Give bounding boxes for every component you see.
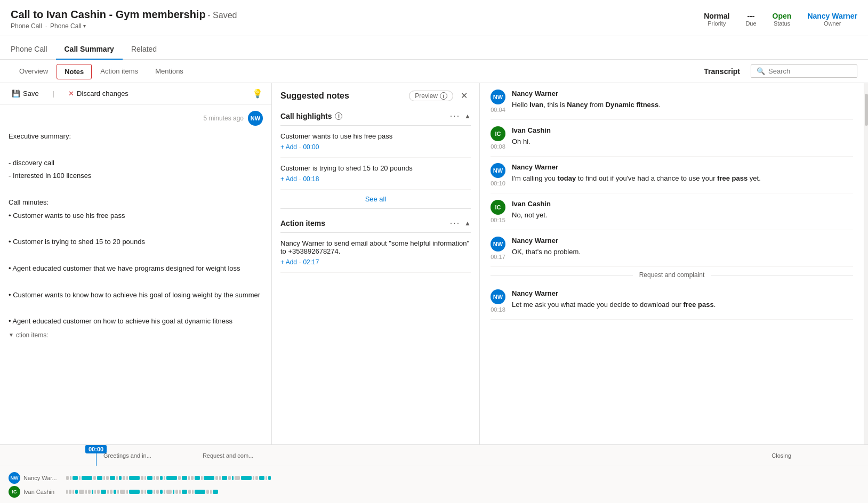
- avatar-nw-3: NW: [491, 237, 505, 251]
- suggested-header: Suggested notes Preview i ✕: [272, 83, 479, 106]
- transcript-content[interactable]: NW 00:04 Nancy Warner Hello Ivan, this i…: [480, 83, 864, 444]
- tab-related[interactable]: Related: [123, 39, 165, 60]
- transcript-entry-2: IC 00:08 Ivan Cashin Oh hi.: [491, 120, 853, 157]
- action-text-1: Nancy Warner to send email about "some h…: [280, 239, 471, 255]
- close-suggested-button[interactable]: ✕: [457, 90, 471, 102]
- track-avatar-nw: NW: [9, 472, 20, 484]
- timeline-cursor[interactable]: 00:00: [85, 445, 107, 466]
- suggested-title: Suggested notes: [280, 91, 349, 101]
- action-section-header: Action items ··· ▲: [280, 213, 471, 233]
- tab-notes[interactable]: Notes: [57, 64, 92, 79]
- add-highlight-2-button[interactable]: + Add: [280, 175, 297, 183]
- tab-call-summary[interactable]: Call Summary: [56, 39, 123, 60]
- time-link-action-1[interactable]: 02:17: [303, 258, 319, 266]
- collapse-button[interactable]: ▼ ction items:: [9, 331, 263, 339]
- transcript-entry-4: IC 00:15 Ivan Cashin No, not yet.: [491, 193, 853, 230]
- main-area: 💾 Save | ✕ Discard changes 💡 5 minutes a…: [0, 83, 868, 444]
- highlights-title: Call highlights: [280, 112, 332, 120]
- due-meta: --- Due: [745, 12, 756, 27]
- entry-time-2: 00:08: [491, 143, 505, 150]
- highlights-collapse-icon[interactable]: ▲: [464, 112, 471, 120]
- entry-time-4: 00:15: [491, 217, 505, 223]
- track-row-ic: IC Ivan Cashin: [9, 486, 859, 498]
- preview-badge[interactable]: Preview i: [409, 91, 453, 101]
- add-action-1-button[interactable]: + Add: [280, 258, 297, 266]
- timestamp-row: 5 minutes ago NW: [9, 111, 263, 126]
- tab-mentions[interactable]: Mentions: [147, 62, 192, 82]
- transcript-text-3: I'm calling you today to find out if you…: [512, 173, 853, 184]
- transcript-text-4: No, not yet.: [512, 210, 853, 221]
- highlight-item-2: Customer is trying to shed 15 to 20 poun…: [280, 158, 471, 190]
- timeline-tracks: NW Nancy War...: [0, 466, 868, 503]
- scrollbar-thumb[interactable]: [865, 94, 868, 126]
- highlight-item-1: Customer wants to use his free pass + Ad…: [280, 126, 471, 158]
- speaker-4: Ivan Cashin: [512, 200, 853, 208]
- priority-meta: Normal Priority: [704, 12, 729, 27]
- see-all-button[interactable]: See all: [280, 190, 471, 209]
- breadcrumb-dropdown[interactable]: Phone Call ▾: [50, 22, 86, 30]
- track-bars-nw[interactable]: [66, 474, 859, 482]
- tab-overview[interactable]: Overview: [11, 62, 57, 82]
- time-link-highlight-2[interactable]: 00:18: [303, 175, 319, 183]
- avatar-nw-4: NW: [491, 289, 505, 304]
- track-bars-ic[interactable]: [66, 488, 859, 496]
- transcript-text-2: Oh hi.: [512, 136, 853, 147]
- highlights-menu-icon[interactable]: ···: [450, 111, 460, 121]
- transcript-text-5: OK, that's no problem.: [512, 247, 853, 257]
- entry-time-1: 00:04: [491, 107, 505, 113]
- track-row-nw: NW Nancy War...: [9, 472, 859, 484]
- action-item-1: Nancy Warner to send email about "some h…: [280, 233, 471, 273]
- transcript-text-1: Hello Ivan, this is Nancy from Dynamic f…: [512, 100, 853, 110]
- save-icon: 💾: [12, 90, 20, 98]
- lightbulb-icon[interactable]: 💡: [252, 89, 263, 98]
- secondary-nav: Overview Notes Action items Mentions Tra…: [0, 60, 868, 83]
- transcript-entry-5: NW 00:17 Nancy Warner OK, that's no prob…: [491, 230, 853, 267]
- status-meta: Open Status: [773, 12, 792, 27]
- cursor-badge: 00:00: [85, 445, 107, 453]
- tab-action-items[interactable]: Action items: [92, 62, 147, 82]
- notes-content[interactable]: 5 minutes ago NW Executive summary: - di…: [0, 104, 271, 444]
- breadcrumb-item-1: Phone Call: [11, 22, 42, 30]
- track-avatar-ic: IC: [9, 486, 20, 498]
- transcript-entry-1: NW 00:04 Nancy Warner Hello Ivan, this i…: [491, 83, 853, 120]
- notes-panel: 💾 Save | ✕ Discard changes 💡 5 minutes a…: [0, 83, 272, 444]
- owner-meta: Nancy Warner Owner: [807, 12, 857, 27]
- transcript-panel: NW 00:04 Nancy Warner Hello Ivan, this i…: [480, 83, 864, 444]
- transcript-label: Transcript: [704, 67, 740, 76]
- save-button[interactable]: 💾 Save: [9, 87, 42, 100]
- timeline-label-2: Request and com...: [198, 452, 258, 459]
- track-label-ic: Ivan Cashin: [23, 489, 54, 495]
- timestamp: 5 minutes ago: [204, 115, 244, 122]
- info-icon[interactable]: i: [440, 92, 447, 100]
- add-highlight-1-button[interactable]: + Add: [280, 143, 297, 151]
- transcript-entry-6: NW 00:18 Nancy Warner Let me ask you wha…: [491, 283, 853, 320]
- section-divider-request: Request and complaint: [491, 267, 853, 283]
- search-icon: 🔍: [757, 67, 765, 75]
- search-box: 🔍: [751, 64, 857, 78]
- discard-button[interactable]: ✕ Discard changes: [65, 87, 132, 100]
- action-menu-icon[interactable]: ···: [450, 218, 460, 228]
- transcript-entry-3: NW 00:10 Nancy Warner I'm calling you to…: [491, 157, 853, 193]
- speaker-2: Ivan Cashin: [512, 126, 853, 134]
- primary-nav: Phone Call Call Summary Related: [0, 36, 868, 60]
- avatar-nw: NW: [248, 111, 263, 126]
- highlight-text-1: Customer wants to use his free pass: [280, 132, 471, 140]
- time-link-highlight-1[interactable]: 00:00: [303, 143, 319, 151]
- suggested-notes-panel: Suggested notes Preview i ✕ Call highlig…: [272, 83, 480, 444]
- top-header: Call to Ivan Cashin - Gym membership - S…: [0, 0, 868, 36]
- entry-time-6: 00:18: [491, 306, 505, 313]
- transcript-text-6: Let me ask you what made you decide to d…: [512, 299, 853, 310]
- speaker-6: Nancy Warner: [512, 289, 853, 297]
- right-scrollbar[interactable]: [864, 83, 868, 444]
- header-left: Call to Ivan Cashin - Gym membership - S…: [11, 9, 237, 30]
- speaker-3: Nancy Warner: [512, 163, 853, 171]
- speaker-1: Nancy Warner: [512, 90, 853, 98]
- tab-phone-call[interactable]: Phone Call: [11, 39, 56, 60]
- info-icon-highlights[interactable]: i: [335, 112, 342, 120]
- action-collapse-icon[interactable]: ▲: [464, 220, 471, 227]
- notes-toolbar: 💾 Save | ✕ Discard changes 💡: [0, 83, 271, 104]
- search-input[interactable]: [768, 67, 851, 75]
- avatar-ic-1: IC: [491, 126, 505, 141]
- chevron-down-icon: ▾: [83, 23, 86, 29]
- track-label-nw: Nancy War...: [23, 475, 57, 481]
